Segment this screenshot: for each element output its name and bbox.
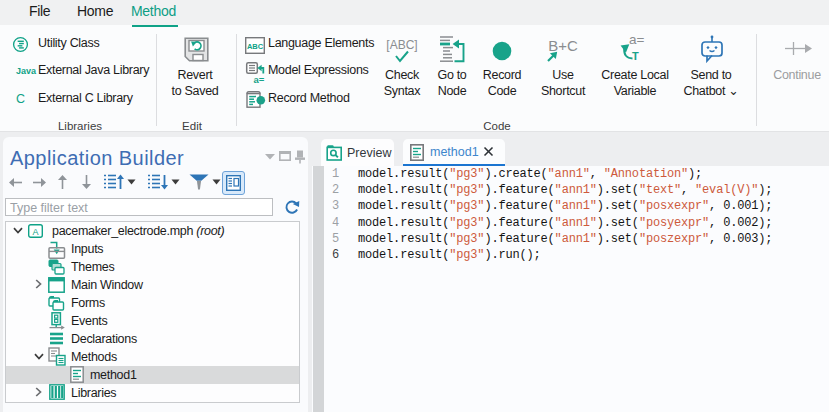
svg-text:A: A: [32, 227, 38, 237]
svg-text:a=: a=: [254, 74, 265, 85]
svg-text:ABC: ABC: [247, 42, 264, 51]
svg-text:T: T: [632, 50, 639, 62]
